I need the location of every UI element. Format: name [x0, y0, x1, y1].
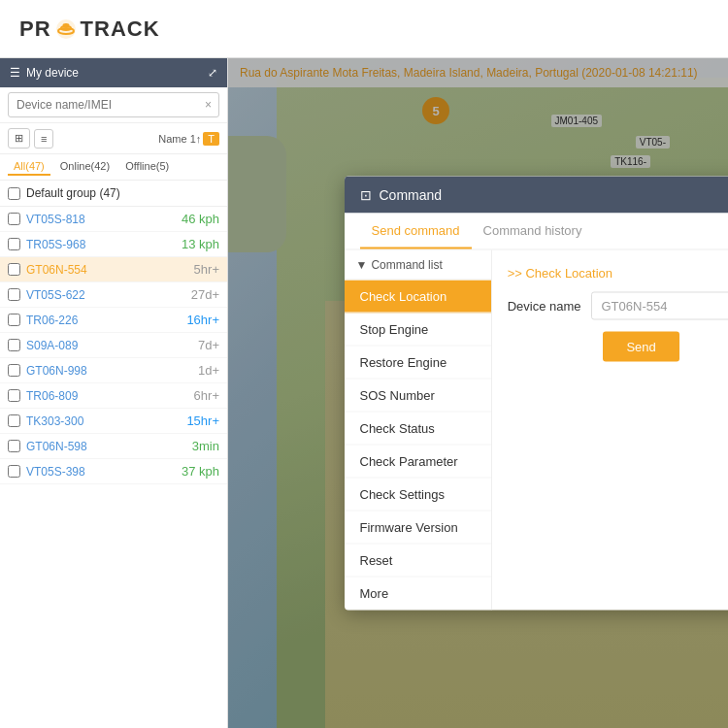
device-icon: ☰ — [10, 66, 20, 80]
device-name: GT06N-998 — [26, 364, 87, 378]
tab-online[interactable]: Online(42) — [54, 158, 116, 176]
main-layout: ☰ My device ⤢ × ⊞ ≡ Name 1↑ T All(47) On… — [0, 58, 728, 728]
logo-icon — [55, 18, 77, 40]
device-status: 3min — [192, 439, 219, 453]
modal-body: ▼ Command list Check Location Stop Engin… — [345, 250, 729, 611]
device-checkbox[interactable] — [8, 238, 20, 250]
modal-title: Command — [380, 187, 443, 203]
device-status: 5hr+ — [194, 262, 219, 277]
grid-view-button[interactable]: ⊞ — [8, 128, 30, 149]
device-name: TK303-300 — [26, 414, 83, 428]
top-header: PR TRACK — [0, 0, 728, 58]
sort-label: Name 1↑ — [158, 133, 201, 145]
cmd-item-check-settings[interactable]: Check Settings — [345, 479, 491, 512]
command-list-label: Command list — [371, 258, 442, 272]
sidebar: ☰ My device ⤢ × ⊞ ≡ Name 1↑ T All(47) On… — [0, 58, 228, 728]
device-checkbox[interactable] — [8, 263, 20, 276]
device-checkbox[interactable] — [8, 364, 20, 377]
modal-header: ⊡ Command × — [345, 177, 729, 214]
device-status: 13 kph — [182, 237, 219, 251]
cmd-item-reset[interactable]: Reset — [345, 545, 491, 578]
device-name: TR06-809 — [26, 389, 78, 403]
send-button[interactable]: Send — [603, 332, 678, 362]
command-list-panel: ▼ Command list Check Location Stop Engin… — [345, 250, 492, 611]
device-status: 15hr+ — [186, 414, 219, 428]
device-checkbox[interactable] — [8, 389, 20, 402]
tab-offline[interactable]: Offline(5) — [119, 158, 175, 176]
device-item-selected[interactable]: GT06N-554 5hr+ — [0, 257, 227, 282]
cmd-item-sos-number[interactable]: SOS Number — [345, 380, 491, 413]
device-status: 46 kph — [182, 212, 219, 226]
group-checkbox[interactable] — [8, 187, 20, 200]
command-list-items: Check Location Stop Engine Restore Engin… — [345, 281, 491, 611]
device-checkbox[interactable] — [8, 414, 20, 427]
logo: PR TRACK — [19, 17, 160, 42]
device-item[interactable]: TR05S-968 13 kph — [0, 232, 227, 257]
device-status: 6hr+ — [194, 388, 219, 403]
device-item[interactable]: GT06N-998 1d+ — [0, 358, 227, 383]
device-checkbox[interactable] — [8, 288, 20, 301]
device-name: GT06N-598 — [26, 440, 87, 453]
cmd-item-restore-engine[interactable]: Restore Engine — [345, 347, 491, 380]
command-list-header: ▼ Command list — [345, 250, 491, 281]
t-badge[interactable]: T — [203, 132, 219, 146]
device-checkbox[interactable] — [8, 440, 20, 452]
device-name: VT05S-818 — [26, 213, 85, 226]
command-modal: ⊡ Command × Send command Command history… — [345, 177, 729, 611]
cmd-item-stop-engine[interactable]: Stop Engine — [345, 314, 491, 347]
svg-point-3 — [63, 24, 68, 26]
sidebar-header-left: ☰ My device — [10, 66, 79, 80]
device-name-input[interactable] — [591, 292, 729, 320]
device-status: 16hr+ — [186, 313, 219, 327]
device-name: TR06-226 — [26, 314, 78, 327]
map-area: Rua do Aspirante Mota Freitas, Madeira I… — [228, 58, 728, 728]
device-name: VT05S-398 — [26, 465, 85, 479]
device-status: 37 kph — [182, 464, 219, 479]
list-view-button[interactable]: ≡ — [34, 129, 53, 149]
search-input[interactable] — [8, 92, 219, 117]
modal-tabs: Send command Command history — [345, 214, 729, 250]
device-name-label: Device name — [508, 299, 581, 314]
device-tabs: All(47) Online(42) Offline(5) — [0, 154, 227, 181]
device-status: 1d+ — [198, 363, 219, 378]
device-name: TR05S-968 — [26, 238, 85, 251]
logo-text: PR — [19, 17, 51, 42]
device-checkbox[interactable] — [8, 339, 20, 351]
device-checkbox[interactable] — [8, 465, 20, 478]
device-list: Default group (47) VT05S-818 46 kph TR05… — [0, 181, 227, 728]
device-item[interactable]: TR06-226 16hr+ — [0, 308, 227, 333]
search-clear-icon[interactable]: × — [205, 98, 212, 112]
device-name-row: Device name — [508, 292, 728, 320]
tab-send-command[interactable]: Send command — [360, 214, 472, 249]
tab-all[interactable]: All(47) — [8, 158, 50, 176]
device-checkbox[interactable] — [8, 314, 20, 326]
device-checkbox[interactable] — [8, 213, 20, 225]
sort-name[interactable]: Name 1↑ T — [158, 132, 219, 146]
cmd-item-check-parameter[interactable]: Check Parameter — [345, 446, 491, 479]
cmd-item-firmware[interactable]: Firmware Version — [345, 512, 491, 545]
tab-command-history[interactable]: Command history — [472, 214, 594, 249]
device-item[interactable]: VT05S-622 27d+ — [0, 282, 227, 308]
sidebar-toolbar: ⊞ ≡ Name 1↑ T — [0, 123, 227, 154]
device-item[interactable]: VT05S-818 46 kph — [0, 207, 227, 232]
device-group: Default group (47) — [0, 181, 227, 207]
device-name: GT06N-554 — [26, 263, 87, 277]
device-item[interactable]: S09A-089 7d+ — [0, 333, 227, 358]
command-icon: ⊡ — [360, 187, 372, 203]
device-item[interactable]: VT05S-398 37 kph — [0, 459, 227, 484]
logo-text-2: TRACK — [81, 17, 160, 42]
device-item[interactable]: TK303-300 15hr+ — [0, 409, 227, 434]
expand-icon[interactable]: ⤢ — [208, 66, 217, 80]
sidebar-title: My device — [26, 66, 79, 80]
device-group-label: Default group (47) — [26, 186, 120, 200]
sidebar-header: ☰ My device ⤢ — [0, 58, 227, 87]
device-item[interactable]: TR06-809 6hr+ — [0, 383, 227, 409]
chevron-down-icon: ▼ — [356, 258, 368, 272]
cmd-item-more[interactable]: More — [345, 578, 491, 611]
modal-header-left: ⊡ Command — [360, 187, 443, 203]
device-item[interactable]: GT06N-598 3min — [0, 434, 227, 459]
cmd-item-check-status[interactable]: Check Status — [345, 413, 491, 446]
cmd-item-check-location[interactable]: Check Location — [345, 281, 491, 314]
device-name: S09A-089 — [26, 339, 78, 352]
device-status: 7d+ — [198, 338, 219, 352]
